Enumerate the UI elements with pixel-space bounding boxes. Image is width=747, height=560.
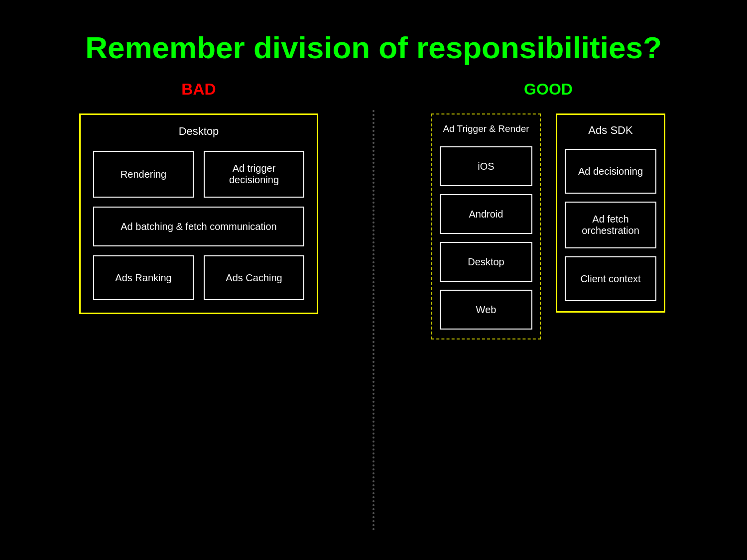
bad-rendering-box: Rendering <box>93 151 194 198</box>
bad-ranking-box: Ads Ranking <box>93 255 194 300</box>
bad-row-1: Rendering Ad trigger decisioning <box>93 151 304 198</box>
slide-title: Remember division of responsibilities? <box>30 20 717 65</box>
ios-label: iOS <box>478 161 494 172</box>
bad-batching-box: Ad batching & fetch communication <box>93 207 304 246</box>
client-context-label: Client context <box>580 273 640 285</box>
bad-desktop-label: Desktop <box>93 125 304 138</box>
web-box: Web <box>440 290 532 330</box>
ranking-label: Ads Ranking <box>115 272 171 284</box>
rendering-label: Rendering <box>121 169 166 180</box>
trigger-render-box: Ad Trigger & Render iOS Android Desktop … <box>431 113 541 339</box>
android-label: Android <box>469 209 503 220</box>
bad-caching-box: Ads Caching <box>204 255 304 300</box>
slide: Remember division of responsibilities? B… <box>0 0 747 560</box>
ads-sdk-box: Ads SDK Ad decisioning Ad fetch orchestr… <box>556 113 665 313</box>
bad-row-3: Ads Ranking Ads Caching <box>93 255 304 300</box>
desktop-box: Desktop <box>440 242 532 282</box>
bad-label: BAD <box>181 80 216 99</box>
good-side: GOOD Ad Trigger & Render iOS Android Des… <box>379 80 717 531</box>
desktop-label: Desktop <box>468 256 504 268</box>
main-columns: BAD Desktop Rendering Ad trigger decisio… <box>30 80 717 531</box>
bad-outer-box: Desktop Rendering Ad trigger decisioning… <box>79 113 318 314</box>
bad-row-2: Ad batching & fetch communication <box>93 207 304 246</box>
ad-decisioning-label: Ad decisioning <box>578 166 643 177</box>
good-content: Ad Trigger & Render iOS Android Desktop … <box>431 113 665 339</box>
bad-trigger-box: Ad trigger decisioning <box>204 151 304 198</box>
android-box: Android <box>440 194 532 234</box>
caching-label: Ads Caching <box>226 272 282 284</box>
trigger-label: Ad trigger decisioning <box>212 163 296 186</box>
ad-fetch-orchestration-box: Ad fetch orchestration <box>565 202 656 248</box>
ad-decisioning-box: Ad decisioning <box>565 149 656 194</box>
client-context-box: Client context <box>565 256 656 301</box>
ios-box: iOS <box>440 146 532 186</box>
ads-sdk-label: Ads SDK <box>565 124 656 137</box>
batching-label: Ad batching & fetch communication <box>121 221 277 232</box>
section-divider <box>373 110 374 531</box>
trigger-render-label: Ad Trigger & Render <box>440 123 532 134</box>
good-label: GOOD <box>524 80 573 99</box>
bad-side: BAD Desktop Rendering Ad trigger decisio… <box>30 80 368 531</box>
ad-fetch-label: Ad fetch orchestration <box>573 214 648 236</box>
web-label: Web <box>476 304 497 316</box>
